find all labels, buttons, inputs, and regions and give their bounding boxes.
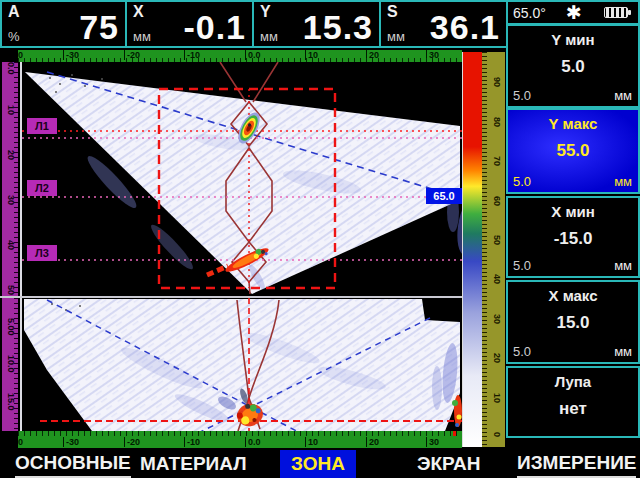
probe-angle: 65.0°	[513, 5, 546, 21]
ruler-label: 0.0	[6, 62, 16, 75]
param-value: 15.0	[508, 313, 638, 333]
param-value: нет	[508, 399, 638, 419]
ruler-red-mark	[453, 431, 456, 436]
param-step: 5.0	[513, 88, 531, 103]
ruler-label: 10	[6, 105, 16, 115]
ruler-label: 15.0	[6, 393, 16, 411]
ruler-label: 20	[366, 437, 379, 447]
param-title: Лупа	[508, 373, 638, 390]
readout-unit: мм	[133, 29, 151, 44]
readout-unit: %	[8, 29, 20, 44]
readout-letter: Y	[260, 3, 271, 21]
ruler-label: 30	[6, 195, 16, 205]
param-step: 5.0	[513, 174, 531, 189]
ruler-label: 90	[492, 77, 502, 87]
param-unit: мм	[614, 344, 632, 359]
menu-zona-selected[interactable]: ЗОНА	[280, 450, 356, 478]
menu-material[interactable]: МАТЕРИАЛ	[140, 450, 247, 478]
ruler-label: -10	[184, 437, 200, 447]
ruler-label: 20	[6, 150, 16, 160]
param-value: 5.0	[508, 57, 638, 77]
svg-text:Л2: Л2	[35, 182, 49, 194]
menu-izmerenie[interactable]: ИЗМЕРЕНИЕ	[517, 450, 636, 478]
readout-y: Y мм 15.3	[252, 0, 381, 48]
ruler-label: 0.0	[245, 437, 261, 447]
ruler-label: -30	[63, 437, 79, 447]
amplitude-colorbar	[462, 52, 482, 447]
readout-letter: S	[387, 3, 398, 21]
ruler-label: 50	[6, 285, 16, 295]
menu-zona-label: ЗОНА	[280, 450, 356, 478]
ruler-label: -10	[184, 50, 200, 60]
param-unit: мм	[614, 88, 632, 103]
planar-scan-view	[20, 298, 462, 431]
param-x-max[interactable]: X макс 15.0 5.0 мм	[506, 280, 640, 364]
ruler-label: 10.0	[6, 355, 16, 373]
ruler-label: 50	[492, 235, 502, 245]
ruler-depth-bottom: 5.0010.015.0	[2, 298, 18, 431]
gate-label-1: Л1	[27, 118, 57, 134]
param-value: 55.0	[508, 141, 638, 161]
ruler-amplitude: 9080706050403020100	[482, 52, 505, 447]
ruler-depth-top: 0.01020304050	[2, 62, 18, 296]
param-unit: мм	[614, 258, 632, 273]
menu-ekran[interactable]: ЭКРАН	[417, 450, 481, 478]
readout-amplitude: A % 75	[0, 0, 127, 48]
ruler-label: 30	[492, 314, 502, 324]
main-menu-bar: ОСНОВНЫЕ МАТЕРИАЛ ЗОНА ЭКРАН ИЗМЕРЕНИЕ	[0, 450, 640, 478]
ruler-label: 10	[305, 50, 318, 60]
svg-text:65.0: 65.0	[433, 190, 454, 202]
readout-unit: мм	[387, 29, 405, 44]
flaw-detector-screen: A % 75 X мм -0.1 Y мм 15.3 S мм 36.1 65.…	[0, 0, 640, 478]
readout-unit: мм	[260, 29, 278, 44]
readout-value: 75	[79, 8, 119, 47]
ruler-label: -20	[124, 50, 140, 60]
star-icon: ✱	[566, 1, 582, 24]
param-title: Y мин	[508, 31, 638, 48]
ruler-label: 60	[492, 196, 502, 206]
ruler-label: 0	[18, 437, 23, 447]
gate-label-3: Л3	[27, 245, 57, 261]
param-title: X мин	[508, 203, 638, 220]
svg-text:Л1: Л1	[35, 120, 49, 132]
param-x-min[interactable]: X мин -15.0 5.0 мм	[506, 196, 640, 278]
ruler-label: 30	[426, 437, 439, 447]
ruler-label: -20	[124, 437, 140, 447]
ruler-label: 5.00	[6, 318, 16, 336]
readout-value: 15.3	[303, 8, 373, 47]
ruler-label: 20	[366, 50, 379, 60]
menu-osnovnye[interactable]: ОСНОВНЫЕ	[15, 450, 131, 478]
svg-text:Л3: Л3	[35, 247, 49, 259]
ruler-label: -30	[63, 50, 79, 60]
param-value: -15.0	[508, 229, 638, 249]
readout-value: 36.1	[430, 8, 500, 47]
readout-letter: X	[133, 3, 144, 21]
ruler-label: 0	[18, 50, 23, 60]
readout-letter: A	[8, 3, 20, 21]
ruler-label: 10	[305, 437, 318, 447]
param-title: X макс	[508, 287, 638, 304]
sector-scan-view: Л1 Л2 Л3 65.0	[20, 62, 462, 296]
param-y-min[interactable]: Y мин 5.0 5.0 мм	[506, 24, 640, 108]
ruler-label: 10	[492, 393, 502, 403]
ruler-label: 40	[6, 240, 16, 250]
param-zoom[interactable]: Лупа нет	[506, 366, 640, 438]
beam-angle-badge: 65.0	[426, 188, 462, 204]
param-unit: мм	[614, 174, 632, 189]
ruler-label: 80	[492, 117, 502, 127]
ruler-label: 20	[492, 353, 502, 363]
readout-value: -0.1	[183, 8, 246, 47]
ruler-label: 70	[492, 156, 502, 166]
ruler-label: 40	[492, 274, 502, 284]
ruler-label: 0.0	[245, 50, 261, 60]
battery-icon	[604, 7, 628, 18]
gate-label-2: Л2	[27, 180, 57, 196]
readout-s: S мм 36.1	[379, 0, 508, 48]
status-cell: 65.0° ✱	[506, 0, 640, 25]
ruler-bottom-horizontal: 0-30-20-100.0102030	[18, 431, 462, 448]
ruler-corner	[0, 50, 18, 62]
ruler-label: 0	[492, 432, 502, 437]
param-step: 5.0	[513, 344, 531, 359]
param-y-max[interactable]: Y макс 55.0 5.0 мм	[506, 108, 640, 194]
param-step: 5.0	[513, 258, 531, 273]
